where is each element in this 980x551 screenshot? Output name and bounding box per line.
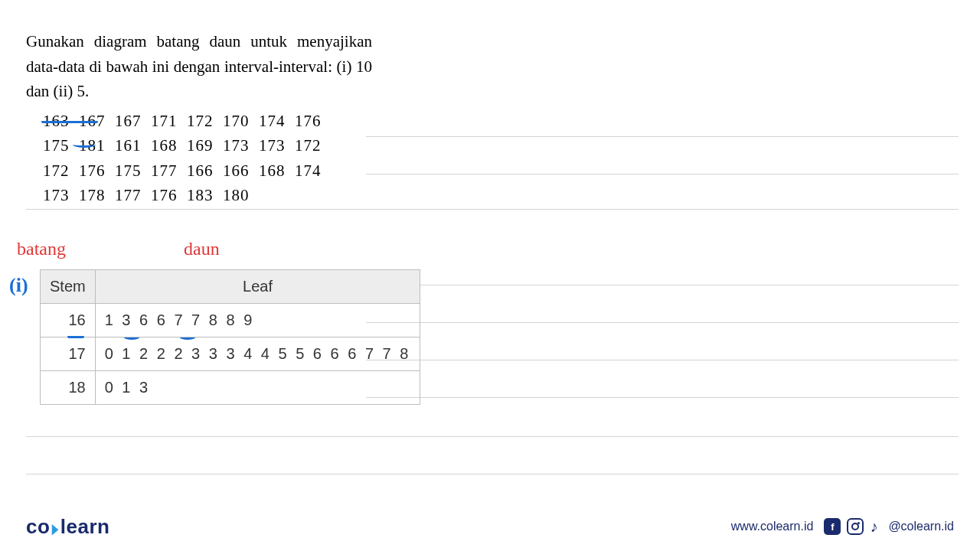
annotation-batang: batang xyxy=(17,239,66,259)
leaf-cell: 1 3 6 6 7 7 8 8 9 xyxy=(95,304,420,337)
underline-arc-icon xyxy=(124,335,139,340)
leaf-cell: 0 1 2 2 2 3 3 3 4 4 5 5 6 6 6 7 7 8 xyxy=(95,337,420,371)
table-row: 17 0 1 2 2 2 3 3 3 4 4 5 5 6 6 6 7 7 8 xyxy=(41,337,420,371)
logo: co▸learn xyxy=(26,515,110,539)
annotation-part-i: (i) xyxy=(9,274,28,297)
logo-part-b: learn xyxy=(60,515,110,538)
stem-header: Stem xyxy=(41,270,96,304)
stem-leaf-table: Stem Leaf 16 1 3 6 6 7 7 8 8 9 17 0 1 2 … xyxy=(40,269,420,405)
social-icons: f ♪ xyxy=(824,518,877,536)
tiktok-icon[interactable]: ♪ xyxy=(870,518,877,536)
data-row: 173 178 177 176 183 180 xyxy=(43,183,372,208)
data-row: 172 176 175 177 166 166 168 174 xyxy=(43,158,372,184)
underline-arc-icon xyxy=(73,142,96,148)
annotation-daun: daun xyxy=(184,239,220,259)
underline-arc-icon xyxy=(180,335,195,340)
ruled-line xyxy=(26,436,959,437)
ruled-lines xyxy=(366,0,959,459)
data-values: 163 167 167 171 172 170 174 176 175 181 … xyxy=(26,109,372,208)
leaf-header: Leaf xyxy=(95,270,420,304)
stem-cell: 17 xyxy=(41,337,96,371)
table-row: 18 0 1 3 xyxy=(41,371,420,405)
underline-mark-icon xyxy=(41,120,98,123)
website-link[interactable]: www.colearn.id xyxy=(731,520,814,533)
ruled-line xyxy=(26,474,959,474)
footer-right: www.colearn.id f ♪ @colearn.id xyxy=(731,518,954,536)
facebook-icon[interactable]: f xyxy=(824,518,841,535)
social-handle: @colearn.id xyxy=(888,520,954,533)
question-text: Gunakan diagram batang daun untuk me­nya… xyxy=(26,29,372,104)
instagram-icon[interactable] xyxy=(847,518,864,535)
stem-cell: 16 xyxy=(41,304,96,337)
leaf-cell: 0 1 3 xyxy=(95,371,420,405)
ruled-line xyxy=(26,209,959,210)
table-row: 16 1 3 6 6 7 7 8 8 9 xyxy=(41,304,420,337)
logo-separator-icon: ▸ xyxy=(52,517,58,540)
footer: co▸learn www.colearn.id f ♪ @colearn.id xyxy=(0,502,980,551)
underline-mark-icon xyxy=(67,335,84,338)
logo-part-a: co xyxy=(26,515,50,538)
stem-cell: 18 xyxy=(41,371,96,405)
